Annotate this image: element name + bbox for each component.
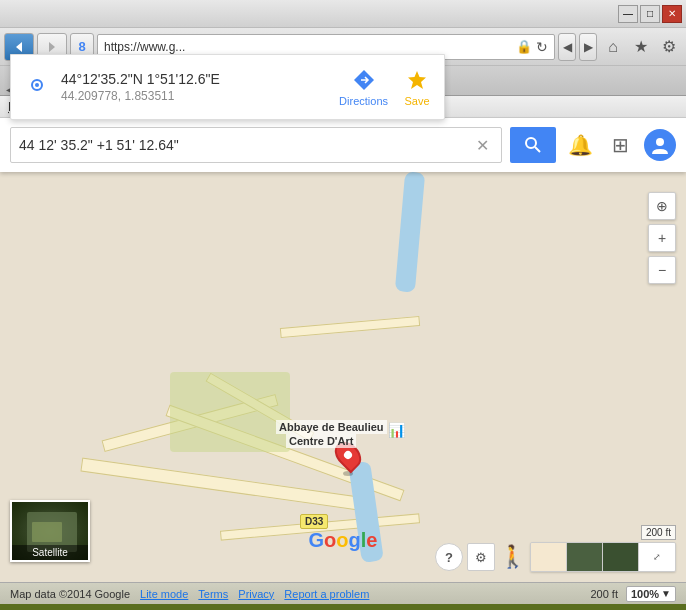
next-tab-btn[interactable]: ▶ — [579, 33, 597, 61]
svg-point-4 — [656, 138, 664, 146]
terrain-view-btn[interactable] — [531, 543, 567, 571]
favorites-button[interactable]: ★ — [628, 34, 654, 60]
maps-toolbar: 44 12' 35.2" +1 51' 12.64" ✕ 🔔 ⊞ — [0, 118, 686, 172]
autocomplete-item[interactable]: 44°12'35.2"N 1°51'12.6"E 44.209778, 1.85… — [11, 55, 444, 119]
satellite-thumbnail[interactable]: Satellite — [10, 500, 90, 562]
user-avatar[interactable] — [644, 129, 676, 161]
svg-point-2 — [526, 138, 536, 148]
autocomplete-sub: 44.209778, 1.853511 — [61, 89, 220, 103]
privacy-link[interactable]: Privacy — [238, 588, 274, 600]
clear-search-button[interactable]: ✕ — [476, 136, 489, 155]
terms-link[interactable]: Terms — [198, 588, 228, 600]
map-view-buttons: ⤢ — [530, 542, 676, 572]
pegman-icon[interactable]: 🚶 — [499, 544, 526, 570]
star-icon — [404, 67, 430, 93]
autocomplete-text: 44°12'35.2"N 1°51'12.6"E 44.209778, 1.85… — [61, 71, 220, 103]
map-controls: ⊕ + − — [648, 192, 676, 284]
zoom-dropdown-icon[interactable]: ▼ — [661, 588, 671, 599]
svg-marker-7 — [408, 71, 426, 89]
tools-button[interactable]: ⚙ — [656, 34, 682, 60]
autocomplete-actions: Directions Save — [339, 67, 430, 107]
back-icon — [12, 40, 26, 54]
search-icon — [524, 136, 542, 154]
directions-action[interactable]: Directions — [339, 67, 388, 107]
person-icon — [651, 136, 669, 154]
save-label: Save — [404, 95, 429, 107]
autocomplete-main: 44°12'35.2"N 1°51'12.6"E — [61, 71, 220, 87]
satellite-labels-btn[interactable] — [603, 543, 639, 571]
map-background: Abbaye de Beaulieu Centre D'Art 📊 D33 Go… — [0, 172, 686, 582]
status-bar: Map data ©2014 Google Lite mode Terms Pr… — [0, 582, 686, 604]
status-bar-right: 200 ft 100% ▼ — [590, 586, 676, 602]
search-box: 44 12' 35.2" +1 51' 12.64" ✕ — [10, 127, 502, 163]
home-button[interactable]: ⌂ — [600, 34, 626, 60]
map-bottom-right-controls: ? ⚙ 🚶 ⤢ — [435, 542, 676, 572]
map-container[interactable]: Abbaye de Beaulieu Centre D'Art 📊 D33 Go… — [0, 172, 686, 582]
place-label-2: Centre D'Art — [286, 434, 356, 448]
directions-label: Directions — [339, 95, 388, 107]
autocomplete-dropdown: 44°12'35.2"N 1°51'12.6"E 44.209778, 1.85… — [10, 54, 445, 120]
google-logo: Google — [309, 529, 378, 552]
chart-icon: 📊 — [388, 422, 405, 438]
place-label: Abbaye de Beaulieu — [276, 420, 387, 434]
zoom-percent: 100% — [631, 588, 659, 600]
svg-marker-1 — [49, 42, 55, 52]
search-input[interactable]: 44 12' 35.2" +1 51' 12.64" — [19, 137, 476, 153]
zoom-out-button[interactable]: − — [648, 256, 676, 284]
forward-icon — [45, 40, 59, 54]
compass-button[interactable]: ⊕ — [648, 192, 676, 220]
help-button[interactable]: ? — [435, 543, 463, 571]
svg-marker-0 — [16, 42, 22, 52]
title-bar: — □ ✕ — [0, 0, 686, 28]
browser-right-icons: ⌂ ★ ⚙ — [600, 34, 682, 60]
address-text: https://www.g... — [104, 40, 185, 54]
map-data-credit: Map data ©2014 Google — [10, 588, 130, 600]
report-link[interactable]: Report a problem — [284, 588, 369, 600]
refresh-icon[interactable]: ↻ — [536, 39, 548, 55]
svg-point-6 — [35, 83, 39, 87]
prev-tab-btn[interactable]: ◀ — [558, 33, 576, 61]
zoom-control[interactable]: 100% ▼ — [626, 586, 676, 602]
settings-button[interactable]: ⚙ — [467, 543, 495, 571]
satellite-label: Satellite — [12, 545, 88, 560]
zoom-in-button[interactable]: + — [648, 224, 676, 252]
security-icon: 🔒 — [516, 39, 532, 54]
scale-bar: 200 ft — [641, 525, 676, 540]
expand-btn[interactable]: ⤢ — [639, 543, 675, 571]
minimize-button[interactable]: — — [618, 5, 638, 23]
location-icon — [25, 75, 49, 99]
bell-button[interactable]: 🔔 — [564, 129, 596, 161]
scale-label: 200 ft — [590, 588, 618, 600]
svg-line-3 — [535, 147, 540, 152]
road-label-d33: D33 — [300, 514, 328, 529]
directions-icon — [351, 67, 377, 93]
save-action[interactable]: Save — [404, 67, 430, 107]
lite-mode-link[interactable]: Lite mode — [140, 588, 188, 600]
search-button[interactable] — [510, 127, 556, 163]
close-button[interactable]: ✕ — [662, 5, 682, 23]
add-button[interactable]: ⊞ — [604, 129, 636, 161]
maximize-button[interactable]: □ — [640, 5, 660, 23]
satellite-view-btn[interactable] — [567, 543, 603, 571]
